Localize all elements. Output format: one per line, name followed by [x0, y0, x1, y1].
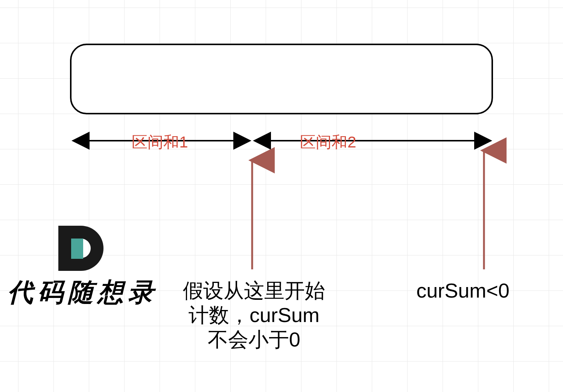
array-box: [70, 44, 493, 114]
logo-d-icon: [58, 226, 103, 271]
logo-text: 代码随想录: [8, 275, 154, 310]
logo: 代码随想录: [8, 226, 154, 310]
